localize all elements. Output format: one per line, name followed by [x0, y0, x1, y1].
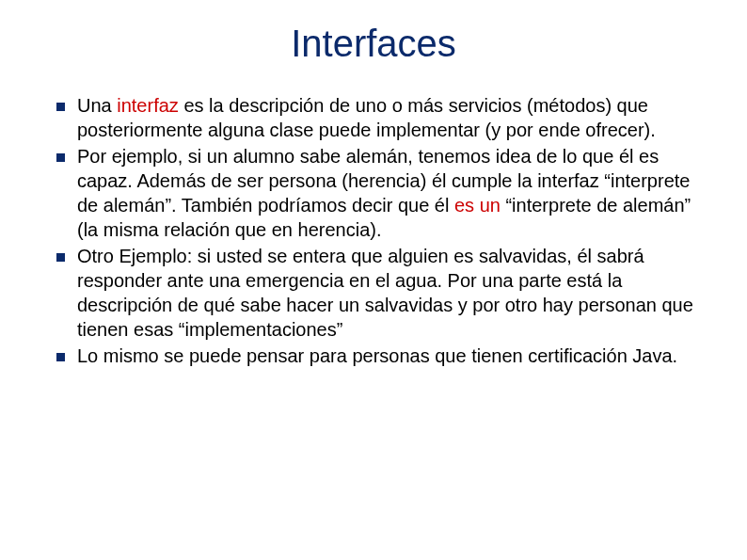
bullet-text-highlight: interfaz [117, 95, 179, 116]
bullet-icon [56, 103, 65, 111]
list-item: Otro Ejemplo: si usted se entera que alg… [56, 244, 702, 342]
bullet-icon [56, 153, 65, 162]
bullet-text-highlight: es un [454, 195, 501, 216]
bullet-list: Una interfaz es la descripción de uno o … [45, 93, 702, 368]
list-item: Una interfaz es la descripción de uno o … [56, 93, 702, 142]
bullet-icon [56, 253, 65, 262]
slide: Interfaces Una interfaz es la descripció… [0, 0, 747, 560]
bullet-text-pre: Una [77, 95, 117, 116]
bullet-text-pre: Lo mismo se puede pensar para personas q… [77, 345, 677, 366]
list-item: Lo mismo se puede pensar para personas q… [56, 344, 702, 368]
bullet-text-pre: Otro Ejemplo: si usted se entera que alg… [77, 246, 693, 340]
bullet-icon [56, 353, 65, 361]
slide-title: Interfaces [45, 23, 702, 65]
list-item: Por ejemplo, si un alumno sabe alemán, t… [56, 144, 702, 242]
